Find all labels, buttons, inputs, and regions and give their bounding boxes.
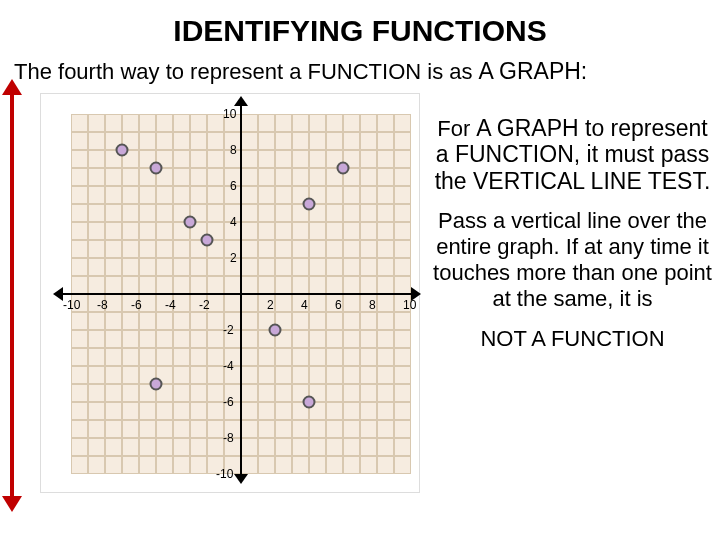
grid-cell — [377, 276, 394, 294]
grid-cell — [105, 222, 122, 240]
grid-cell — [377, 132, 394, 150]
grid-cell — [190, 150, 207, 168]
grid-cell — [241, 186, 258, 204]
grid-cell — [292, 456, 309, 474]
grid-cell — [122, 276, 139, 294]
grid-cell — [173, 150, 190, 168]
grid-cell — [241, 132, 258, 150]
grid-cell — [173, 258, 190, 276]
grid-cell — [275, 132, 292, 150]
grid-cell — [173, 438, 190, 456]
grid-cell — [190, 186, 207, 204]
grid-cell — [292, 348, 309, 366]
grid-cell — [258, 402, 275, 420]
grid-cell — [394, 258, 411, 276]
y-tick-label: 6 — [230, 179, 237, 193]
grid-cell — [139, 204, 156, 222]
grid-cell — [88, 204, 105, 222]
grid-cell — [309, 150, 326, 168]
grid-cell — [241, 420, 258, 438]
grid-cell — [105, 366, 122, 384]
grid-cell — [309, 330, 326, 348]
grid-cell — [88, 150, 105, 168]
grid-cell — [258, 276, 275, 294]
grid-cell — [377, 114, 394, 132]
grid-cell — [326, 384, 343, 402]
grid-cell — [105, 402, 122, 420]
grid-cell — [173, 276, 190, 294]
grid-cell — [394, 150, 411, 168]
grid-cell — [224, 276, 241, 294]
grid-cell — [343, 294, 360, 312]
grid-cell — [241, 150, 258, 168]
grid-cell — [377, 366, 394, 384]
grid-cell — [173, 402, 190, 420]
grid-cell — [241, 312, 258, 330]
paragraph-2: Pass a vertical line over the entire gra… — [430, 208, 715, 312]
y-tick-label: -8 — [223, 431, 234, 445]
grid-cell — [88, 348, 105, 366]
grid-cell — [156, 204, 173, 222]
grid-cell — [241, 204, 258, 222]
grid-cell — [275, 438, 292, 456]
subtitle-text: The fourth way to represent a FUNCTION i… — [14, 59, 479, 84]
grid-cell — [394, 204, 411, 222]
grid-cell — [258, 150, 275, 168]
grid-cell — [71, 312, 88, 330]
y-tick-label: -10 — [216, 467, 233, 481]
grid-cell — [258, 168, 275, 186]
grid-cell — [343, 132, 360, 150]
grid-cell — [275, 402, 292, 420]
grid-cell — [241, 402, 258, 420]
grid-cell — [156, 330, 173, 348]
grid-cell — [207, 366, 224, 384]
grid-cell — [88, 438, 105, 456]
grid-cell — [394, 312, 411, 330]
grid-cell — [173, 348, 190, 366]
grid-cell — [292, 366, 309, 384]
grid-cell — [394, 456, 411, 474]
grid-cell — [190, 366, 207, 384]
grid-cell — [292, 222, 309, 240]
grid-cell — [360, 186, 377, 204]
grid-cell — [309, 420, 326, 438]
grid-cell — [156, 312, 173, 330]
grid-cell — [241, 240, 258, 258]
grid-cell — [88, 132, 105, 150]
grid-cell — [377, 222, 394, 240]
grid-cell — [360, 384, 377, 402]
grid-cell — [343, 348, 360, 366]
grid-cell — [190, 276, 207, 294]
grid-cell — [258, 222, 275, 240]
grid-cell — [173, 186, 190, 204]
grid-cell — [122, 240, 139, 258]
grid-cell — [139, 276, 156, 294]
grid-cell — [190, 348, 207, 366]
grid-cell — [71, 204, 88, 222]
grid-cell — [377, 240, 394, 258]
grid-cell — [105, 240, 122, 258]
grid-cell — [88, 258, 105, 276]
grid-cell — [207, 384, 224, 402]
grid-cell — [343, 312, 360, 330]
grid-cell — [88, 330, 105, 348]
grid-cell — [88, 222, 105, 240]
grid-cell — [343, 384, 360, 402]
data-point — [337, 162, 350, 175]
grid-cell — [275, 384, 292, 402]
grid-cell — [88, 366, 105, 384]
grid-cell — [190, 114, 207, 132]
grid-cell — [241, 294, 258, 312]
grid-cell — [207, 258, 224, 276]
grid-cell — [71, 240, 88, 258]
subtitle: The fourth way to represent a FUNCTION i… — [0, 48, 720, 85]
grid-cell — [190, 402, 207, 420]
grid-cell — [156, 438, 173, 456]
grid-cell — [360, 348, 377, 366]
grid-cell — [173, 114, 190, 132]
grid-cell — [122, 330, 139, 348]
grid-cell — [139, 186, 156, 204]
grid-cell — [309, 348, 326, 366]
grid-cell — [377, 456, 394, 474]
grid-cell — [309, 240, 326, 258]
